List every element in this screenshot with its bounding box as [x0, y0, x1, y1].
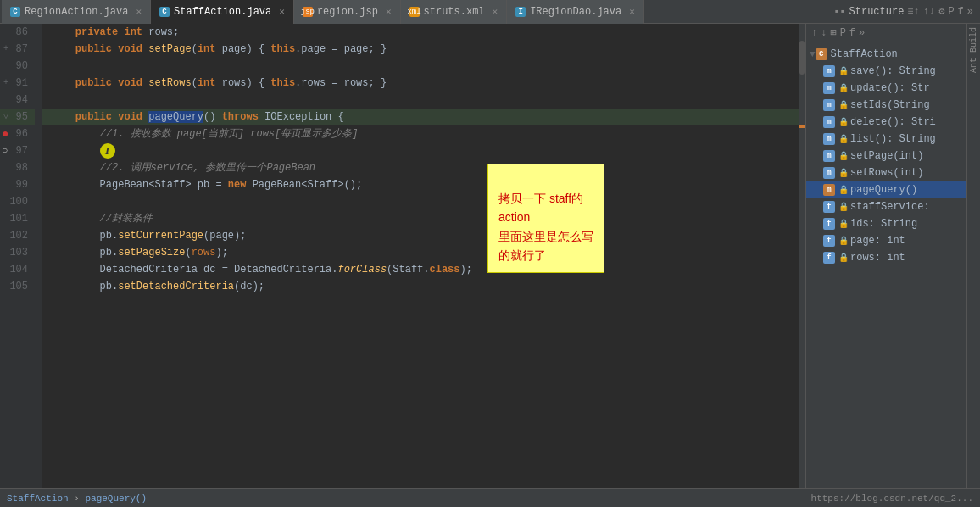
tree-item-setpage[interactable]: m 🔒 setPage(int) [806, 148, 966, 164]
code-line-90 [42, 58, 799, 75]
code-lines[interactable]: private int rows; public void setPage(in… [42, 24, 799, 488]
breadcrumb-class: StaffAction [7, 493, 69, 504]
tab-region-action[interactable]: C RegionAction.java ✕ [2, 0, 151, 24]
editor-area[interactable]: 86 + 87 90 + 91 94 [0, 24, 805, 488]
tree-item-delete[interactable]: m 🔒 delete(): Stri [806, 114, 966, 131]
tree-chevron: ▼ [810, 49, 816, 59]
structure-tree: ▼ C StaffAction m 🔒 save(): String m 🔒 u [806, 42, 966, 488]
func-btn[interactable]: f [958, 6, 964, 18]
line-num-95: ▽ 95 [0, 109, 35, 125]
sort-alpha-btn[interactable]: ≡↑ [907, 6, 919, 18]
tree-item-ids[interactable]: f 🔒 ids: String [806, 215, 966, 232]
scroll-thumb[interactable] [799, 41, 805, 75]
breakpoint-96: ● [2, 125, 8, 142]
line-num-90: 90 [0, 58, 35, 75]
more-btn[interactable]: » [967, 6, 973, 18]
lock-icon-update: 🔒 [838, 83, 849, 93]
tab-close-iregion-dao[interactable]: ✕ [629, 6, 635, 17]
lock-icon-pagequery: 🔒 [838, 185, 849, 195]
lock-icon-save: 🔒 [838, 66, 849, 76]
tab-iregion-dao[interactable]: I IRegionDao.java ✕ [507, 0, 644, 24]
tab-close-struts-xml[interactable]: ✕ [493, 6, 498, 17]
code-line-100 [42, 193, 799, 210]
structure-label: Structure [849, 6, 905, 18]
p-icon[interactable]: P [840, 27, 846, 39]
ant-build-label[interactable]: Ant Build [967, 24, 980, 76]
sort-up-icon[interactable]: ↑ [811, 27, 817, 39]
tree-label-delete: delete(): Stri [850, 116, 936, 128]
tree-method-icon-update: m [823, 82, 835, 94]
status-right: https://blog.csdn.net/qq_2... [811, 493, 973, 504]
fold-btn-95[interactable]: ▽ [3, 109, 8, 125]
url-label: https://blog.csdn.net/qq_2... [811, 493, 973, 504]
scroll-marker [799, 125, 805, 128]
code-line-95: public void pageQuery() throws IOExcepti… [42, 109, 799, 125]
code-line-86: private int rows; [42, 24, 799, 41]
tree-method-icon-list: m [823, 133, 835, 145]
tab-struts-xml[interactable]: xml struts.xml ✕ [401, 0, 508, 24]
tree-root-staffaction[interactable]: ▼ C StaffAction [806, 46, 966, 63]
line-num-94: 94 [0, 92, 35, 109]
tab-bar: C RegionAction.java ✕ C StaffAction.java… [0, 0, 980, 24]
fold-btn-87[interactable]: + [3, 41, 8, 58]
tree-item-setids[interactable]: m 🔒 setIds(String [806, 97, 966, 114]
app-window: C RegionAction.java ✕ C StaffAction.java… [0, 0, 980, 507]
expand-all-icon[interactable]: ⊞ [830, 26, 836, 39]
tree-field-icon-staffservice: f [823, 201, 835, 213]
tab-icon-region-jsp: jsp [303, 7, 313, 17]
tree-label-save: save(): String [850, 65, 936, 77]
tab-close-region-jsp[interactable]: ✕ [386, 6, 392, 17]
tree-label-rows: rows: int [850, 252, 905, 264]
code-line-104: DetachedCriteria dc = DetachedCriteria.f… [42, 261, 799, 278]
fold-btn-91[interactable]: + [3, 75, 8, 92]
line-num-97: ○ 97 [0, 142, 35, 159]
tab-close-region-action[interactable]: ✕ [136, 6, 142, 17]
breadcrumb-method: pageQuery() [85, 493, 147, 504]
code-line-103: pb.setPageSize(rows); [42, 244, 799, 261]
tree-label-staffservice: staffService: [850, 201, 930, 213]
settings-btn[interactable]: ⚙ [938, 5, 944, 18]
main-layout: 86 + 87 90 + 91 94 [0, 24, 980, 488]
lock-icon-setids: 🔒 [838, 100, 849, 110]
sort-btn2[interactable]: ↑↓ [923, 6, 935, 18]
tab-staff-action[interactable]: C StaffAction.java ✕ [151, 0, 294, 24]
code-line-102: pb.setCurrentPage(page); [42, 227, 799, 244]
tree-item-rows[interactable]: f 🔒 rows: int [806, 249, 966, 266]
tree-item-staffservice[interactable]: f 🔒 staffService: [806, 198, 966, 215]
code-line-105: pb.setDetachedCriteria(dc); [42, 278, 799, 295]
vertical-scrollbar[interactable] [799, 24, 805, 488]
tree-item-pagequery[interactable]: m 🔒 pageQuery() [806, 181, 966, 198]
tree-item-page[interactable]: f 🔒 page: int [806, 232, 966, 249]
code-line-87: public void setPage(int page) { this.pag… [42, 41, 799, 58]
tab-region-jsp[interactable]: jsp region.jsp ✕ [294, 0, 401, 24]
tab-label-struts-xml: struts.xml [424, 6, 485, 18]
tab-close-staff-action[interactable]: ✕ [279, 6, 285, 17]
tab-label-region-jsp: region.jsp [317, 6, 378, 18]
line-num-100: 100 [0, 193, 35, 210]
code-line-98: //2. 调用service, 参数里传一个PageBean [42, 159, 799, 176]
code-line-94 [42, 92, 799, 109]
line-num-105: 105 [0, 278, 35, 295]
sort-down-icon[interactable]: ↓ [821, 27, 827, 39]
code-line-101: //封装条件 [42, 210, 799, 227]
more-icon[interactable]: » [859, 27, 865, 39]
tree-method-icon-pagequery: m [823, 184, 835, 196]
panel-toggle-btn[interactable]: ▪▪ [833, 6, 845, 18]
f-icon[interactable]: f [849, 27, 855, 39]
line-num-96: ● 96 [0, 125, 35, 142]
tree-item-list[interactable]: m 🔒 list(): String [806, 131, 966, 148]
tab-label-iregion-dao: IRegionDao.java [530, 6, 621, 18]
tree-item-save[interactable]: m 🔒 save(): String [806, 63, 966, 80]
tab-label-staff-action: StaffAction.java [174, 6, 271, 18]
tree-item-setrows[interactable]: m 🔒 setRows(int) [806, 164, 966, 181]
callout-text: 拷贝一下 staff的action里面这里是怎么写的就行了 [498, 192, 593, 262]
tab-icon-iregion-dao: I [515, 7, 526, 17]
code-line-91: public void setRows(int rows) { this.row… [42, 75, 799, 92]
tree-field-icon-rows: f [823, 252, 835, 264]
tree-item-update[interactable]: m 🔒 update(): Str [806, 80, 966, 97]
tab-icon-region-action: C [10, 7, 20, 17]
expand-btn[interactable]: P [948, 6, 954, 18]
tree-method-icon-setids: m [823, 99, 835, 111]
line-num-86: 86 [0, 24, 35, 41]
far-right-panel: Ant Build [966, 24, 980, 488]
